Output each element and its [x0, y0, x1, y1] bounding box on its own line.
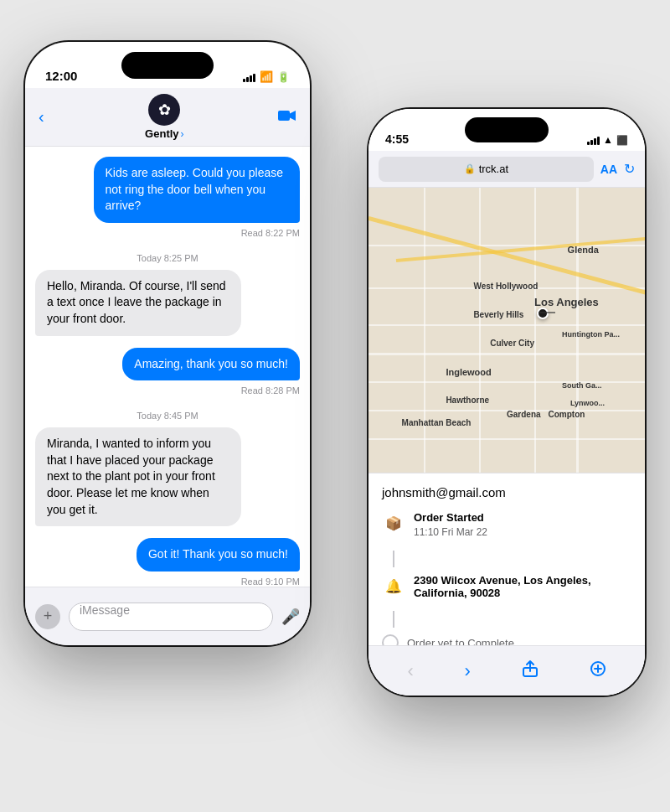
- map-label-beverlyhills: Beverly Hills: [473, 310, 523, 319]
- input-bar: + iMessage 🎤: [25, 587, 310, 645]
- complete-circle-icon: [382, 634, 399, 645]
- contact-info: ✿ Gently ›: [51, 94, 278, 140]
- message-sent-2: Amazing, thank you so much!: [122, 348, 300, 381]
- map-label-southgate: South Ga...: [562, 381, 602, 390]
- map-area: Glenda West Hollywood Beverly Hills Los …: [368, 188, 645, 473]
- signal-icon-2: [587, 135, 600, 145]
- contact-avatar-icon: ✿: [158, 101, 171, 119]
- bookmark-button[interactable]: [590, 660, 606, 681]
- url-text: trck.at: [479, 163, 508, 175]
- message-received-1: Hello, Miranda. Of course, I'll send a t…: [35, 270, 241, 336]
- address-icon-wrap: 🔔: [382, 574, 405, 597]
- status-icons-2: ▲ ⬛: [587, 134, 628, 146]
- add-button[interactable]: +: [35, 604, 60, 629]
- scene: 12:00 📶 🔋 ‹ ✿: [0, 0, 670, 812]
- refresh-button[interactable]: ↻: [624, 161, 635, 177]
- status-icons-1: 📶 🔋: [243, 70, 290, 83]
- wifi-icon-2: ▲: [603, 134, 613, 146]
- forward-nav-button[interactable]: ›: [465, 660, 471, 682]
- address-text: 2390 Wilcox Avenue, Los Angeles, Califor…: [414, 574, 631, 599]
- browser-bar: 🔒 trck.at AA ↻: [368, 151, 645, 188]
- map-label-gardena: Gardena: [507, 410, 541, 419]
- battery-icon-2: ⬛: [616, 135, 628, 146]
- map-label-hawthorne: Hawthorne: [446, 396, 489, 405]
- info-panel: johnsmith@gmail.com 📦 Order Started 11:1…: [368, 473, 645, 645]
- map-label-inglewood: Inglewood: [446, 367, 491, 377]
- map-label-westhollywood: West Hollywood: [473, 282, 538, 291]
- package-icon: 📦: [385, 515, 402, 531]
- order-started-icon-wrap: 📦: [382, 511, 405, 535]
- map-label-losangeles: Los Angeles: [534, 296, 599, 308]
- video-call-button[interactable]: [278, 107, 296, 127]
- phone2-tracking: 4:55 ▲ ⬛ 🔒 trck.at: [368, 109, 645, 696]
- signal-icon-1: [243, 72, 255, 82]
- browser-url-bar[interactable]: 🔒 trck.at: [379, 157, 594, 182]
- order-complete-status: Order yet to Complete: [382, 634, 631, 645]
- contact-avatar: ✿: [148, 94, 180, 126]
- messages-area: Kids are asleep. Could you please not ri…: [25, 147, 310, 587]
- map-label-glenda: Glenda: [568, 245, 599, 255]
- back-nav-button[interactable]: ‹: [407, 660, 413, 682]
- aa-button[interactable]: AA: [600, 163, 617, 176]
- tracking-item-order-started: 📦 Order Started 11:10 Fri Mar 22: [382, 511, 631, 539]
- mic-button[interactable]: 🎤: [281, 608, 300, 626]
- message-sent-3: Got it! Thank you so much!: [137, 538, 300, 572]
- dynamic-island-2: [465, 117, 549, 142]
- dynamic-island-1: [121, 52, 214, 79]
- back-button[interactable]: ‹: [39, 107, 44, 127]
- order-started-text: Order Started 11:10 Fri Mar 22: [414, 511, 487, 539]
- share-button[interactable]: [522, 659, 539, 682]
- imessage-header: ‹ ✿ Gently ›: [25, 88, 310, 147]
- lock-icon: 🔒: [464, 163, 476, 174]
- map-label-manhattanbeach: Manhattan Beach: [402, 418, 472, 427]
- message-sent-1: Kids are asleep. Could you please not ri…: [94, 157, 300, 223]
- message-timestamp-1: Read 8:22 PM: [241, 228, 300, 238]
- message-input[interactable]: iMessage: [69, 603, 273, 631]
- svg-rect-0: [278, 111, 290, 121]
- message-timestamp-2: Read 8:28 PM: [241, 385, 300, 396]
- message-timestamp-3: Read 9:10 PM: [241, 577, 300, 587]
- map-label-culvercity: Culver City: [490, 339, 534, 348]
- order-status-text: Order yet to Complete: [407, 637, 514, 646]
- date-separator-1: Today 8:25 PM: [35, 253, 300, 263]
- status-time-2: 4:55: [385, 132, 409, 146]
- contact-chevron[interactable]: ›: [181, 128, 184, 140]
- map-background: Glenda West Hollywood Beverly Hills Los …: [368, 188, 645, 473]
- tracking-item-address: 🔔 2390 Wilcox Avenue, Los Angeles, Calif…: [382, 574, 631, 599]
- map-label-huntington: Huntington Pa...: [562, 330, 620, 339]
- message-received-2: Miranda, I wanted to inform you that I h…: [35, 427, 241, 526]
- wifi-icon-1: 📶: [260, 70, 273, 83]
- browser-toolbar: ‹ ›: [368, 645, 645, 696]
- contact-name: Gently: [145, 127, 178, 140]
- map-label-lynwood: Lynwoo...: [570, 399, 605, 407]
- phone1-imessage: 12:00 📶 🔋 ‹ ✿: [25, 42, 310, 645]
- battery-icon-1: 🔋: [277, 71, 290, 83]
- date-separator-2: Today 8:45 PM: [35, 411, 300, 421]
- customer-email: johnsmith@gmail.com: [382, 485, 631, 499]
- bell-icon: 🔔: [385, 578, 402, 594]
- map-label-compton: Compton: [549, 410, 585, 419]
